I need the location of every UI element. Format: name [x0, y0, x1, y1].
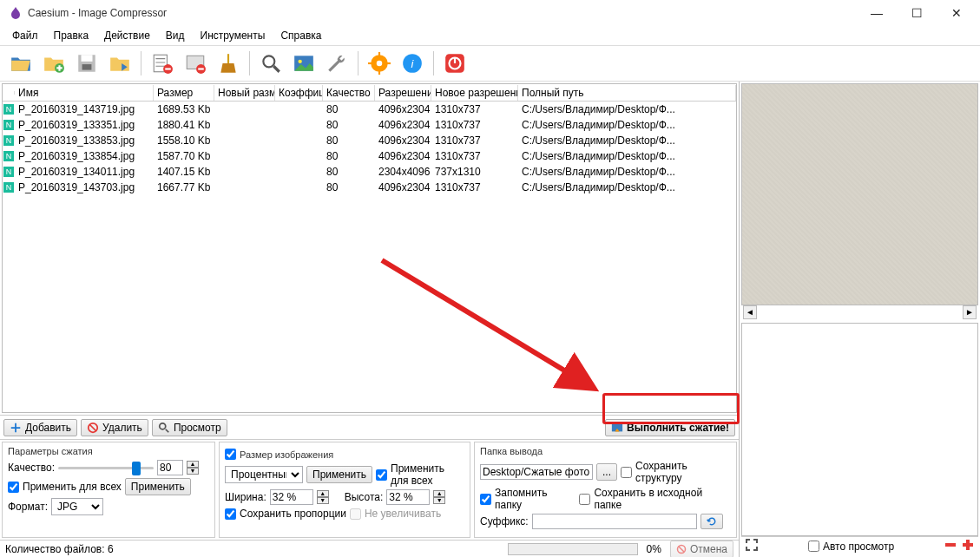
new-badge-icon: N: [3, 104, 14, 115]
table-row[interactable]: N P_20160319_133853.jpg1558.10 Kb 804096…: [3, 133, 736, 148]
format-select[interactable]: JPG: [51, 498, 103, 515]
save-icon[interactable]: [71, 48, 102, 79]
svg-rect-16: [387, 62, 391, 64]
progress-percent: 0%: [647, 543, 661, 555]
scroll-left-button[interactable]: ◄: [743, 305, 757, 319]
compression-group: Параметры сжатия Качество: ▲▼ Применить …: [2, 442, 215, 538]
table-row[interactable]: N P_20160319_143703.jpg1667.77 Kb 804096…: [3, 180, 736, 195]
keep-proportions-checkbox[interactable]: Сохранить пропорции: [225, 508, 346, 520]
output-path-input[interactable]: [480, 464, 593, 480]
zoom-in-icon[interactable]: [961, 538, 975, 554]
svg-rect-25: [945, 543, 956, 547]
suffix-label: Суффикс:: [480, 515, 529, 528]
svg-point-12: [377, 61, 383, 67]
maximize-button[interactable]: ☐: [897, 0, 937, 26]
zoom-out-icon[interactable]: [944, 538, 957, 554]
toolbar: i: [0, 45, 980, 82]
file-list-header: Имя Размер Новый разм Коэффици Качество …: [3, 84, 736, 102]
preview-button[interactable]: Просмотр: [152, 419, 227, 436]
remember-folder-checkbox[interactable]: Запомнить папку: [480, 487, 576, 511]
menu-action[interactable]: Действие: [97, 28, 157, 43]
remove-button[interactable]: Удалить: [81, 419, 148, 436]
width-input[interactable]: [270, 489, 313, 505]
folder-output-icon[interactable]: [104, 48, 135, 79]
titlebar: Caesium - Image Compressor — ☐ ✕: [0, 0, 980, 26]
resize-mode-select[interactable]: Процентный: [225, 466, 303, 483]
col-resolution[interactable]: Разрешение: [375, 85, 431, 101]
apply-all-size-checkbox[interactable]: Применить для всех: [376, 462, 464, 487]
height-label: Высота:: [345, 491, 384, 503]
quality-slider[interactable]: [58, 460, 154, 475]
close-button[interactable]: ✕: [937, 0, 977, 26]
suffix-reset-button[interactable]: [700, 514, 723, 529]
svg-rect-27: [966, 540, 970, 550]
svg-point-8: [263, 56, 274, 67]
clean-icon[interactable]: [213, 48, 244, 79]
keep-structure-checkbox[interactable]: Сохранить структуру: [621, 460, 731, 484]
menu-help[interactable]: Справка: [273, 28, 328, 43]
preview-image-icon[interactable]: [288, 48, 319, 79]
wrench-icon[interactable]: [321, 48, 352, 79]
output-group: Папка вывода ... Сохранить структуру Зап…: [474, 442, 737, 538]
same-output-checkbox[interactable]: Сохранить в исходной папке: [579, 487, 731, 511]
add-folder-icon[interactable]: [38, 48, 69, 79]
col-name[interactable]: Имя: [15, 85, 154, 101]
col-newresolution[interactable]: Новое разрешение: [431, 85, 518, 101]
svg-rect-14: [378, 71, 380, 75]
file-list[interactable]: Имя Размер Новый разм Коэффици Качество …: [2, 83, 737, 413]
menu-edit[interactable]: Правка: [47, 28, 96, 43]
no-enlarge-checkbox[interactable]: Не увеличивать: [350, 508, 441, 520]
menu-view[interactable]: Вид: [159, 28, 192, 43]
fit-icon[interactable]: [745, 538, 759, 554]
preview-area[interactable]: [741, 83, 978, 305]
remove-folder-icon[interactable]: [180, 48, 211, 79]
format-label: Формат:: [8, 501, 48, 513]
apply-quality-button[interactable]: Применить: [125, 478, 191, 495]
cancel-icon: [676, 544, 687, 554]
col-coef[interactable]: Коэффици: [275, 85, 323, 101]
col-size[interactable]: Размер: [154, 85, 214, 101]
new-badge-icon: N: [3, 182, 14, 193]
apply-all-quality-checkbox[interactable]: Применить для всех: [8, 481, 122, 493]
table-row[interactable]: N P_20160319_133351.jpg1880.41 Kb 804096…: [3, 117, 736, 133]
file-count-label: Количество файлов: 6: [5, 543, 114, 555]
window-title: Caesium - Image Compressor: [28, 7, 857, 19]
col-path[interactable]: Полный путь: [518, 85, 736, 101]
table-row[interactable]: N P_20160319_143719.jpg1689.53 Kb 804096…: [3, 102, 736, 117]
power-icon[interactable]: [439, 48, 470, 79]
new-badge-icon: N: [3, 167, 14, 177]
svg-rect-15: [368, 62, 372, 64]
col-newsize[interactable]: Новый разм: [214, 85, 275, 101]
quality-input[interactable]: [157, 460, 183, 475]
plus-icon: [10, 422, 22, 434]
height-spinner[interactable]: ▲▼: [433, 490, 445, 504]
add-button[interactable]: Добавить: [3, 419, 77, 436]
cancel-button[interactable]: Отмена: [670, 541, 733, 558]
quality-spinner[interactable]: ▲▼: [187, 461, 199, 475]
menubar: Файл Правка Действие Вид Инструменты Спр…: [0, 26, 980, 45]
progress-bar: [508, 543, 638, 555]
open-folder-icon[interactable]: [5, 48, 36, 79]
magnifier-icon[interactable]: [255, 48, 286, 79]
new-badge-icon: N: [3, 151, 14, 161]
settings-gear-icon[interactable]: [364, 48, 395, 79]
menu-tools[interactable]: Инструменты: [194, 28, 273, 43]
suffix-input[interactable]: [532, 514, 697, 529]
table-row[interactable]: N P_20160319_134011.jpg1407.15 Kb 802304…: [3, 164, 736, 180]
annotation-highlight: [602, 393, 740, 424]
menu-file[interactable]: Файл: [5, 28, 45, 43]
width-spinner[interactable]: ▲▼: [317, 490, 329, 504]
resize-checkbox[interactable]: Размер изображения: [225, 449, 333, 460]
scroll-right-button[interactable]: ►: [963, 305, 977, 319]
browse-button[interactable]: ...: [596, 463, 617, 481]
info-icon[interactable]: i: [397, 48, 428, 79]
table-row[interactable]: N P_20160319_133854.jpg1587.70 Kb 804096…: [3, 148, 736, 164]
auto-preview-checkbox[interactable]: Авто просмотр: [808, 541, 894, 553]
minimize-button[interactable]: —: [857, 0, 897, 26]
apply-size-button[interactable]: Применить: [306, 466, 372, 483]
remove-item-icon[interactable]: [147, 48, 178, 79]
height-input[interactable]: [386, 489, 430, 505]
width-label: Ширина:: [225, 491, 266, 503]
quality-label: Качество:: [8, 462, 55, 474]
col-quality[interactable]: Качество: [323, 85, 375, 101]
